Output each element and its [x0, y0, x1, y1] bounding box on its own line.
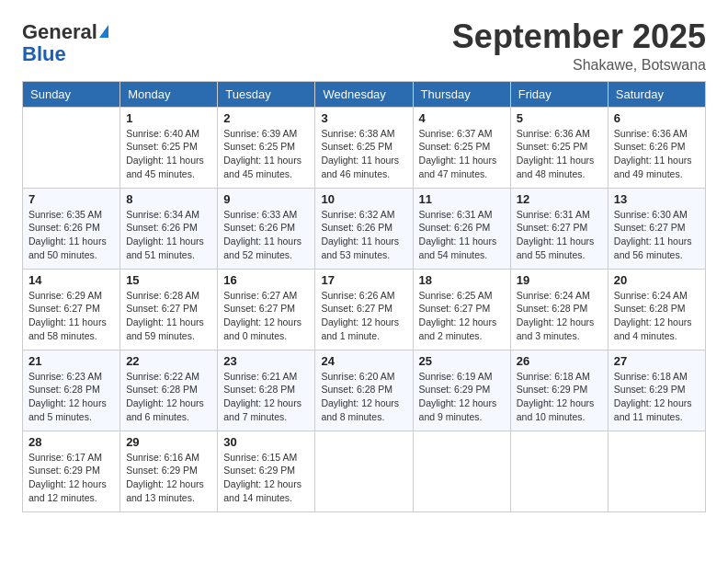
- day-number: 3: [321, 111, 406, 125]
- day-info: Sunrise: 6:30 AM Sunset: 6:27 PM Dayligh…: [614, 208, 700, 262]
- calendar-week-row: 21Sunrise: 6:23 AM Sunset: 6:28 PM Dayli…: [23, 350, 706, 431]
- calendar-cell: 15Sunrise: 6:28 AM Sunset: 6:27 PM Dayli…: [120, 269, 218, 350]
- calendar-week-row: 28Sunrise: 6:17 AM Sunset: 6:29 PM Dayli…: [23, 431, 706, 511]
- calendar-cell: [315, 431, 413, 511]
- day-number: 14: [28, 273, 114, 287]
- calendar-cell: 10Sunrise: 6:32 AM Sunset: 6:26 PM Dayli…: [315, 188, 413, 269]
- page-header: General Blue September 2025 Shakawe, Bot…: [22, 18, 706, 74]
- day-number: 1: [126, 111, 211, 125]
- title-block: September 2025 Shakawe, Botswana: [452, 18, 706, 74]
- logo-blue-text: Blue: [22, 42, 66, 66]
- day-info: Sunrise: 6:15 AM Sunset: 6:29 PM Dayligh…: [223, 451, 309, 505]
- calendar-cell: 28Sunrise: 6:17 AM Sunset: 6:29 PM Dayli…: [23, 431, 120, 511]
- calendar-day-header: Wednesday: [315, 81, 413, 107]
- day-info: Sunrise: 6:19 AM Sunset: 6:29 PM Dayligh…: [419, 370, 505, 424]
- calendar-cell: 6Sunrise: 6:36 AM Sunset: 6:26 PM Daylig…: [608, 107, 705, 188]
- calendar-cell: 11Sunrise: 6:31 AM Sunset: 6:26 PM Dayli…: [413, 188, 510, 269]
- calendar-header-row: SundayMondayTuesdayWednesdayThursdayFrid…: [23, 81, 706, 107]
- day-number: 27: [614, 354, 700, 368]
- day-info: Sunrise: 6:24 AM Sunset: 6:28 PM Dayligh…: [517, 289, 602, 343]
- day-info: Sunrise: 6:25 AM Sunset: 6:27 PM Dayligh…: [419, 289, 505, 343]
- day-number: 19: [517, 273, 602, 287]
- day-number: 7: [28, 192, 114, 206]
- day-info: Sunrise: 6:34 AM Sunset: 6:26 PM Dayligh…: [126, 208, 211, 262]
- day-info: Sunrise: 6:18 AM Sunset: 6:29 PM Dayligh…: [517, 370, 602, 424]
- calendar-cell: 27Sunrise: 6:18 AM Sunset: 6:29 PM Dayli…: [608, 350, 705, 431]
- calendar-week-row: 14Sunrise: 6:29 AM Sunset: 6:27 PM Dayli…: [23, 269, 706, 350]
- calendar-cell: 30Sunrise: 6:15 AM Sunset: 6:29 PM Dayli…: [218, 431, 315, 511]
- day-number: 26: [517, 354, 602, 368]
- day-info: Sunrise: 6:31 AM Sunset: 6:27 PM Dayligh…: [517, 208, 602, 262]
- day-number: 12: [517, 192, 602, 206]
- day-info: Sunrise: 6:28 AM Sunset: 6:27 PM Dayligh…: [126, 289, 211, 343]
- calendar-cell: 19Sunrise: 6:24 AM Sunset: 6:28 PM Dayli…: [510, 269, 608, 350]
- day-number: 17: [321, 273, 406, 287]
- calendar-cell: 1Sunrise: 6:40 AM Sunset: 6:25 PM Daylig…: [120, 107, 218, 188]
- day-info: Sunrise: 6:38 AM Sunset: 6:25 PM Dayligh…: [321, 127, 406, 181]
- calendar-day-header: Saturday: [608, 81, 705, 107]
- day-number: 13: [614, 192, 700, 206]
- day-info: Sunrise: 6:21 AM Sunset: 6:28 PM Dayligh…: [223, 370, 309, 424]
- calendar-cell: 7Sunrise: 6:35 AM Sunset: 6:26 PM Daylig…: [23, 188, 120, 269]
- calendar-cell: 3Sunrise: 6:38 AM Sunset: 6:25 PM Daylig…: [315, 107, 413, 188]
- day-number: 8: [126, 192, 211, 206]
- calendar-cell: 4Sunrise: 6:37 AM Sunset: 6:25 PM Daylig…: [413, 107, 510, 188]
- day-number: 11: [419, 192, 505, 206]
- calendar-cell: 8Sunrise: 6:34 AM Sunset: 6:26 PM Daylig…: [120, 188, 218, 269]
- day-info: Sunrise: 6:23 AM Sunset: 6:28 PM Dayligh…: [28, 370, 114, 424]
- calendar-cell: [608, 431, 705, 511]
- calendar-day-header: Friday: [510, 81, 608, 107]
- day-info: Sunrise: 6:36 AM Sunset: 6:25 PM Dayligh…: [517, 127, 602, 181]
- calendar-cell: 5Sunrise: 6:36 AM Sunset: 6:25 PM Daylig…: [510, 107, 608, 188]
- calendar-day-header: Monday: [120, 81, 218, 107]
- day-number: 24: [321, 354, 406, 368]
- day-info: Sunrise: 6:37 AM Sunset: 6:25 PM Dayligh…: [419, 127, 505, 181]
- calendar-week-row: 1Sunrise: 6:40 AM Sunset: 6:25 PM Daylig…: [23, 107, 706, 188]
- calendar-cell: 26Sunrise: 6:18 AM Sunset: 6:29 PM Dayli…: [510, 350, 608, 431]
- day-number: 4: [419, 111, 505, 125]
- day-number: 2: [223, 111, 309, 125]
- day-number: 15: [126, 273, 211, 287]
- day-info: Sunrise: 6:36 AM Sunset: 6:26 PM Dayligh…: [614, 127, 700, 181]
- calendar-cell: 23Sunrise: 6:21 AM Sunset: 6:28 PM Dayli…: [218, 350, 315, 431]
- day-info: Sunrise: 6:29 AM Sunset: 6:27 PM Dayligh…: [28, 289, 114, 343]
- calendar-cell: 21Sunrise: 6:23 AM Sunset: 6:28 PM Dayli…: [23, 350, 120, 431]
- day-number: 18: [419, 273, 505, 287]
- calendar-cell: [23, 107, 120, 188]
- calendar-cell: 9Sunrise: 6:33 AM Sunset: 6:26 PM Daylig…: [218, 188, 315, 269]
- calendar-cell: 14Sunrise: 6:29 AM Sunset: 6:27 PM Dayli…: [23, 269, 120, 350]
- day-number: 25: [419, 354, 505, 368]
- calendar-cell: 17Sunrise: 6:26 AM Sunset: 6:27 PM Dayli…: [315, 269, 413, 350]
- calendar-cell: 24Sunrise: 6:20 AM Sunset: 6:28 PM Dayli…: [315, 350, 413, 431]
- day-number: 20: [614, 273, 700, 287]
- day-number: 22: [126, 354, 211, 368]
- day-info: Sunrise: 6:31 AM Sunset: 6:26 PM Dayligh…: [419, 208, 505, 262]
- day-info: Sunrise: 6:20 AM Sunset: 6:28 PM Dayligh…: [321, 370, 406, 424]
- day-info: Sunrise: 6:35 AM Sunset: 6:26 PM Dayligh…: [28, 208, 114, 262]
- calendar-day-header: Thursday: [413, 81, 510, 107]
- day-info: Sunrise: 6:39 AM Sunset: 6:25 PM Dayligh…: [223, 127, 309, 181]
- day-number: 23: [223, 354, 309, 368]
- calendar-cell: 16Sunrise: 6:27 AM Sunset: 6:27 PM Dayli…: [218, 269, 315, 350]
- logo: General Blue: [22, 22, 108, 66]
- day-info: Sunrise: 6:40 AM Sunset: 6:25 PM Dayligh…: [126, 127, 211, 181]
- calendar-cell: 18Sunrise: 6:25 AM Sunset: 6:27 PM Dayli…: [413, 269, 510, 350]
- day-info: Sunrise: 6:24 AM Sunset: 6:28 PM Dayligh…: [614, 289, 700, 343]
- calendar-cell: 13Sunrise: 6:30 AM Sunset: 6:27 PM Dayli…: [608, 188, 705, 269]
- calendar-cell: [413, 431, 510, 511]
- calendar-cell: 2Sunrise: 6:39 AM Sunset: 6:25 PM Daylig…: [218, 107, 315, 188]
- day-info: Sunrise: 6:26 AM Sunset: 6:27 PM Dayligh…: [321, 289, 406, 343]
- day-info: Sunrise: 6:17 AM Sunset: 6:29 PM Dayligh…: [28, 451, 114, 505]
- day-number: 28: [28, 435, 114, 449]
- day-number: 9: [223, 192, 309, 206]
- calendar-cell: 22Sunrise: 6:22 AM Sunset: 6:28 PM Dayli…: [120, 350, 218, 431]
- calendar-cell: [510, 431, 608, 511]
- day-number: 21: [28, 354, 114, 368]
- day-number: 10: [321, 192, 406, 206]
- day-info: Sunrise: 6:27 AM Sunset: 6:27 PM Dayligh…: [223, 289, 309, 343]
- day-info: Sunrise: 6:33 AM Sunset: 6:26 PM Dayligh…: [223, 208, 309, 262]
- calendar-cell: 29Sunrise: 6:16 AM Sunset: 6:29 PM Dayli…: [120, 431, 218, 511]
- calendar-week-row: 7Sunrise: 6:35 AM Sunset: 6:26 PM Daylig…: [23, 188, 706, 269]
- day-info: Sunrise: 6:22 AM Sunset: 6:28 PM Dayligh…: [126, 370, 211, 424]
- logo-icon: [99, 25, 108, 38]
